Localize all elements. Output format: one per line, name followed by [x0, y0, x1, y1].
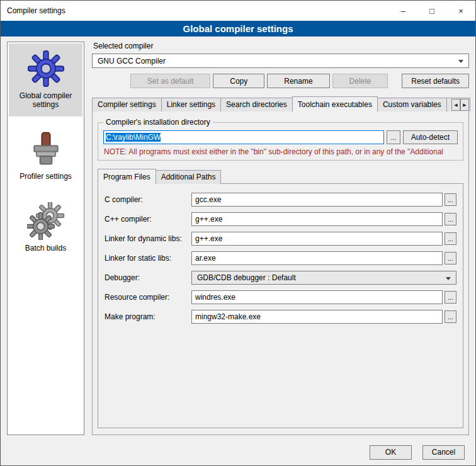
cancel-button[interactable]: Cancel	[422, 445, 465, 460]
c-compiler-label: C compiler:	[105, 195, 191, 204]
subtab-additional-paths[interactable]: Additional Paths	[156, 170, 222, 184]
ok-button[interactable]: OK	[370, 445, 412, 460]
tab-toolchain-executables[interactable]: Toolchain executables	[292, 96, 378, 112]
toolchain-executables-panel: Compiler's installation directory C:\ray…	[92, 111, 469, 435]
sidebar-item-label: Global compiler settings	[10, 91, 81, 109]
minimize-button[interactable]: –	[388, 1, 417, 21]
sidebar-item-label: Profiler settings	[20, 172, 72, 181]
install-note-text: NOTE: All programs must exist either in …	[104, 147, 458, 156]
gear-icon	[27, 50, 65, 88]
install-dir-browse-button[interactable]: ...	[387, 130, 400, 144]
debugger-select[interactable]: GDB/CDB debugger : Default	[191, 271, 456, 285]
page-title: Global compiler settings	[1, 21, 475, 37]
linker-static-label: Linker for static libs:	[105, 254, 191, 263]
close-button[interactable]: ×	[446, 1, 475, 21]
cpp-compiler-input[interactable]: g++.exe	[191, 212, 443, 226]
linker-dynamic-browse-button[interactable]: ...	[445, 232, 456, 245]
linker-static-value: ar.exe	[195, 254, 216, 263]
subtab-program-files[interactable]: Program Files	[98, 169, 156, 185]
c-compiler-row: C compiler: gcc.exe ...	[105, 193, 456, 207]
sidebar-item-label: Batch builds	[25, 244, 66, 253]
resource-compiler-value: windres.exe	[195, 293, 235, 302]
copy-button[interactable]: Copy	[213, 74, 264, 88]
dialog-footer: OK Cancel	[1, 439, 475, 465]
resource-compiler-browse-button[interactable]: ...	[445, 291, 456, 304]
program-files-tabstrip: Program Files Additional Paths	[98, 169, 463, 184]
program-files-panel: C compiler: gcc.exe ... C++ compiler: g+…	[98, 183, 463, 428]
dropdown-arrow-icon	[458, 60, 463, 63]
stacked-gears-icon	[27, 202, 65, 240]
tab-scroll-buttons: ◀ ▶	[451, 99, 469, 111]
compiler-select[interactable]: GNU GCC Compiler	[92, 54, 469, 68]
set-as-default-button[interactable]: Set as default	[130, 74, 210, 88]
linker-dynamic-value: g++.exe	[195, 234, 222, 243]
cpp-compiler-browse-button[interactable]: ...	[445, 213, 456, 225]
compiler-settings-window: Compiler settings – □ × Global compiler …	[0, 0, 476, 466]
c-compiler-input[interactable]: gcc.exe	[191, 193, 443, 207]
make-program-input[interactable]: mingw32-make.exe	[191, 310, 443, 324]
cpp-compiler-row: C++ compiler: g++.exe ...	[105, 212, 456, 226]
cpp-compiler-value: g++.exe	[195, 215, 222, 224]
reset-defaults-button[interactable]: Reset defaults	[402, 74, 469, 88]
make-program-row: Make program: mingw32-make.exe ...	[105, 310, 456, 324]
make-program-value: mingw32-make.exe	[195, 312, 261, 321]
selected-compiler-label: Selected compiler	[93, 42, 469, 50]
make-program-label: Make program:	[105, 312, 191, 321]
dialog-body: Global compiler settings Profiler settin…	[1, 37, 475, 439]
compiler-actions: Set as default Copy Rename Delete Reset …	[92, 74, 469, 88]
linker-static-row: Linker for static libs: ar.exe ...	[105, 251, 456, 265]
resource-compiler-label: Resource compiler:	[105, 293, 191, 302]
tab-custom-variables[interactable]: Custom variables	[377, 98, 447, 111]
window-controls: – □ ×	[388, 1, 475, 21]
settings-sidebar: Global compiler settings Profiler settin…	[7, 42, 84, 435]
debugger-label: Debugger:	[105, 273, 191, 282]
linker-static-input[interactable]: ar.exe	[191, 251, 443, 265]
linker-static-browse-button[interactable]: ...	[445, 252, 456, 264]
compiler-select-value: GNU GCC Compiler	[98, 57, 166, 65]
sidebar-item-profiler-settings[interactable]: Profiler settings	[9, 124, 82, 188]
autodetect-button[interactable]: Auto-detect	[403, 130, 458, 144]
installation-directory-legend: Compiler's installation directory	[103, 118, 213, 127]
install-dir-input[interactable]: C:\raylib\MinGW	[103, 130, 384, 144]
sidebar-item-global-compiler-settings[interactable]: Global compiler settings	[9, 43, 82, 116]
debugger-row: Debugger: GDB/CDB debugger : Default	[105, 271, 456, 285]
resource-compiler-row: Resource compiler: windres.exe ...	[105, 290, 456, 304]
titlebar: Compiler settings – □ ×	[1, 1, 475, 21]
tab-search-directories[interactable]: Search directories	[220, 98, 293, 111]
cpp-compiler-label: C++ compiler:	[105, 215, 191, 224]
installation-directory-group: Compiler's installation directory C:\ray…	[98, 118, 463, 161]
maximize-button[interactable]: □	[417, 1, 446, 21]
linker-dynamic-input[interactable]: g++.exe	[191, 232, 443, 246]
settings-tabstrip: Compiler settings Linker settings Search…	[92, 96, 469, 111]
installation-directory-row: C:\raylib\MinGW ... Auto-detect	[103, 130, 458, 144]
tab-compiler-settings[interactable]: Compiler settings	[92, 98, 162, 111]
main-panel: Selected compiler GNU GCC Compiler Set a…	[92, 42, 469, 435]
linker-dynamic-row: Linker for dynamic libs: g++.exe ...	[105, 232, 456, 246]
sidebar-item-batch-builds[interactable]: Batch builds	[9, 196, 82, 260]
install-dir-value: C:\raylib\MinGW	[106, 133, 161, 142]
debugger-value: GDB/CDB debugger : Default	[197, 273, 296, 282]
delete-button[interactable]: Delete	[332, 74, 388, 88]
resource-compiler-input[interactable]: windres.exe	[191, 290, 443, 304]
tab-scroll-right-icon[interactable]: ▶	[460, 99, 469, 111]
c-compiler-value: gcc.exe	[195, 195, 221, 204]
tab-linker-settings[interactable]: Linker settings	[161, 98, 221, 111]
c-compiler-browse-button[interactable]: ...	[445, 193, 456, 206]
dropdown-arrow-icon	[446, 277, 451, 280]
linker-dynamic-label: Linker for dynamic libs:	[105, 234, 191, 243]
make-program-browse-button[interactable]: ...	[445, 310, 456, 323]
tab-scroll-left-icon[interactable]: ◀	[451, 99, 460, 111]
window-title: Compiler settings	[7, 6, 65, 15]
rename-button[interactable]: Rename	[267, 74, 329, 88]
profiler-tool-icon	[27, 130, 65, 168]
